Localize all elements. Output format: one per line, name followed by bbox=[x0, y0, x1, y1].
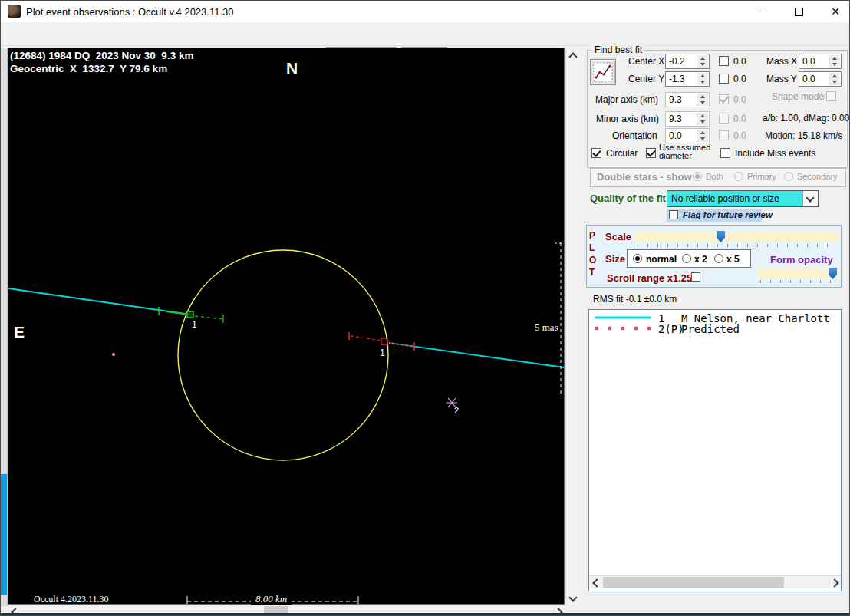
window-bottom-border bbox=[1, 613, 850, 616]
center-x-err-checkbox[interactable] bbox=[719, 56, 729, 66]
legend-entry-num: 2(P) bbox=[658, 323, 684, 335]
maximize-icon bbox=[795, 8, 803, 16]
mass-x-spinner[interactable]: 0.0 bbox=[799, 54, 842, 69]
mass-x-value[interactable]: 0.0 bbox=[802, 56, 815, 67]
maximize-button[interactable] bbox=[786, 1, 812, 22]
mass-y-label: Mass Y bbox=[766, 74, 797, 84]
app-window: Plot event observations : Occult v.4.202… bbox=[0, 0, 850, 616]
scroll-down-icon[interactable] bbox=[568, 593, 577, 601]
size-label: Size bbox=[605, 253, 625, 265]
plot-vertical-scrollbar[interactable] bbox=[565, 48, 579, 604]
flag-review-checkbox[interactable] bbox=[669, 210, 678, 219]
left-scroll-thumb[interactable] bbox=[1, 474, 7, 595]
north-label: N bbox=[286, 59, 298, 77]
spin-down-icon bbox=[697, 100, 708, 106]
quality-value: No reliable position or size bbox=[671, 193, 779, 204]
size-x5-radio[interactable] bbox=[714, 254, 723, 263]
mas-scale-label: 5 mas bbox=[535, 321, 558, 334]
center-x-err-value: 0.0 bbox=[733, 56, 746, 67]
scale-slider[interactable] bbox=[634, 231, 838, 242]
scroll-left-icon[interactable] bbox=[592, 578, 601, 587]
major-axis-value: 9.3 bbox=[669, 94, 682, 105]
major-axis-err-checkbox bbox=[719, 94, 729, 104]
orientation-err-checkbox bbox=[719, 130, 729, 140]
legend-entry-name: Predicted bbox=[681, 323, 740, 335]
scale-slider-thumb[interactable] bbox=[717, 231, 725, 242]
mass-y-spinner[interactable]: 0.0 bbox=[799, 71, 842, 87]
size-normal-label: normal bbox=[646, 254, 677, 265]
mass-y-value[interactable]: 0.0 bbox=[802, 74, 815, 84]
scroll-range-label: Scroll range x1.25 bbox=[607, 272, 692, 284]
center-x-value[interactable]: -0.2 bbox=[669, 56, 685, 67]
rms-fit-label: RMS fit -0.1 ±0.0 km bbox=[593, 294, 677, 305]
scroll-up-icon[interactable] bbox=[568, 52, 577, 61]
stray-point bbox=[112, 353, 115, 356]
orientation-err-value: 0.0 bbox=[733, 130, 746, 141]
major-axis-err-value: 0.0 bbox=[733, 94, 746, 105]
motion-label: Motion: 15.18 km/s bbox=[765, 130, 842, 141]
center-y-err-value: 0.0 bbox=[733, 74, 746, 84]
quality-combobox[interactable]: No reliable position or size bbox=[667, 190, 819, 207]
spin-down-icon[interactable] bbox=[697, 61, 708, 68]
spin-up-icon[interactable] bbox=[697, 55, 708, 61]
double-stars-secondary-label: Secondary bbox=[797, 172, 838, 181]
app-icon bbox=[8, 5, 21, 18]
legend-horizontal-scrollbar[interactable] bbox=[589, 575, 841, 588]
left-scroll-track[interactable] bbox=[1, 48, 8, 606]
circular-label: Circular bbox=[606, 148, 638, 159]
plot-header-line1: (12684) 1984 DQ 2023 Nov 30 9.3 km bbox=[10, 50, 193, 61]
circular-checkbox[interactable] bbox=[591, 148, 601, 158]
spin-down-icon bbox=[697, 119, 708, 125]
use-assumed-diameter-checkbox[interactable] bbox=[646, 148, 656, 158]
spin-down-icon[interactable] bbox=[829, 61, 840, 68]
plot-version-label: Occult 4.2023.11.30 bbox=[34, 594, 109, 605]
plot-area[interactable]: (12684) 1984 DQ 2023 Nov 30 9.3 km Geoce… bbox=[8, 48, 564, 604]
spin-up-icon[interactable] bbox=[829, 55, 840, 61]
size-x5-label: x 5 bbox=[726, 254, 740, 265]
form-opacity-slider[interactable] bbox=[757, 268, 838, 278]
plot-canvas[interactable] bbox=[8, 48, 564, 604]
minimize-icon bbox=[758, 12, 766, 12]
form-opacity-slider-thumb[interactable] bbox=[829, 268, 837, 279]
spin-up-icon[interactable] bbox=[829, 73, 840, 79]
minor-axis-err-value: 0.0 bbox=[733, 114, 746, 124]
orientation-value: 0.0 bbox=[669, 130, 682, 141]
double-stars-primary-radio bbox=[734, 172, 743, 181]
legend-hscroll-thumb[interactable] bbox=[603, 577, 784, 588]
include-miss-events-checkbox[interactable] bbox=[720, 148, 730, 158]
center-y-value[interactable]: -1.3 bbox=[669, 74, 685, 84]
minor-axis-spinner[interactable]: 9.3 bbox=[665, 111, 710, 127]
asteroid-limb-circle bbox=[178, 250, 388, 460]
spin-down-icon[interactable] bbox=[829, 79, 840, 85]
orientation-spinner[interactable]: 0.0 bbox=[665, 128, 710, 143]
size-normal-radio[interactable] bbox=[633, 254, 642, 263]
combo-arrow-button[interactable] bbox=[802, 191, 818, 206]
center-y-spinner[interactable]: -1.3 bbox=[665, 71, 710, 87]
form-opacity-slider-ticks bbox=[760, 280, 837, 283]
major-axis-spinner[interactable]: 9.3 bbox=[665, 92, 710, 107]
size-x2-radio[interactable] bbox=[682, 254, 691, 263]
scroll-right-icon[interactable] bbox=[830, 578, 838, 587]
menu-bar: with Plot... Plot options... Help Keep f… bbox=[1, 22, 850, 46]
minor-axis-value: 9.3 bbox=[669, 114, 682, 124]
spin-down-icon[interactable] bbox=[697, 79, 708, 85]
plot-vertical-label: P L O T bbox=[589, 229, 596, 278]
spin-up-icon[interactable] bbox=[697, 73, 708, 79]
shape-model-label: Shape model bbox=[772, 91, 826, 102]
center-y-err-checkbox[interactable] bbox=[719, 74, 729, 84]
minimize-button[interactable] bbox=[749, 1, 775, 22]
flag-review-label: Flag for future review bbox=[683, 210, 773, 219]
close-button[interactable]: ✕ bbox=[822, 1, 848, 22]
chord1-label: 1 bbox=[192, 319, 197, 330]
close-icon: ✕ bbox=[831, 5, 840, 18]
scroll-range-checkbox[interactable] bbox=[691, 272, 700, 282]
plot-header-line2: Geocentric X 1332.7 Y 79.6 km bbox=[10, 63, 167, 74]
spin-up-icon bbox=[697, 113, 708, 119]
orientation-label: Orientation bbox=[612, 130, 657, 141]
spin-up-icon bbox=[697, 94, 708, 100]
use-assumed-diameter-label: Use assumed diameter bbox=[659, 143, 710, 160]
find-best-fit-button[interactable] bbox=[590, 59, 616, 85]
reappearance-dashed-line bbox=[351, 336, 381, 341]
center-x-spinner[interactable]: -0.2 bbox=[665, 54, 710, 69]
center-y-label: Center Y bbox=[628, 74, 664, 84]
